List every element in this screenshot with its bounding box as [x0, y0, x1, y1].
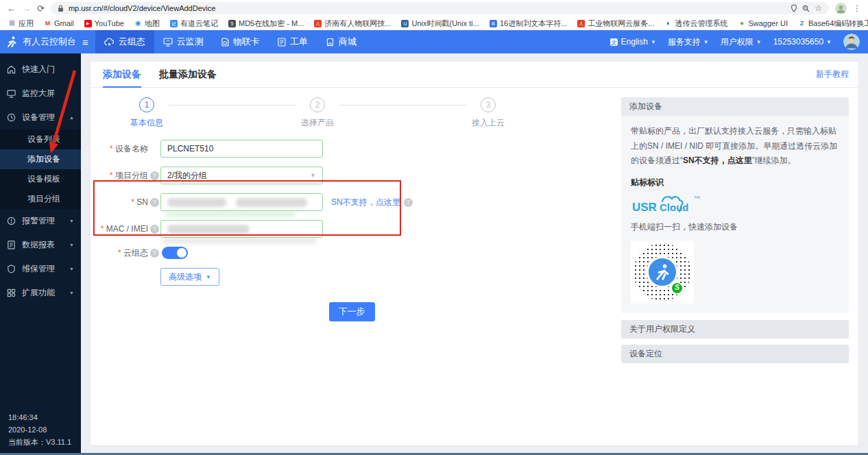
chevron-up-icon: ▲ [69, 115, 74, 120]
address-bar[interactable]: mp.usr.cn/#/cloudV2/device/ViewAddDevice… [51, 2, 829, 14]
label-mark-title: 贴标标识 [631, 175, 839, 190]
nav-work-order[interactable]: 工单 [269, 30, 317, 53]
usr-cloud-logo: USR Cloud TM [631, 193, 839, 217]
sn-input[interactable] [160, 193, 323, 211]
help-section-device-location[interactable]: 设备定位 [621, 345, 849, 363]
bookmark-hex-text[interactable]: B16进制到文本字符... [490, 19, 567, 29]
location-pin-icon[interactable] [791, 4, 797, 12]
bookmark-base64[interactable]: ZBase64编码转换工... [798, 19, 868, 29]
step-basic-info: 1 基本信息 [125, 97, 169, 129]
back-icon[interactable]: ← [7, 4, 16, 13]
bookmark-apps[interactable]: ⊞应用 [8, 19, 34, 29]
home-icon [7, 65, 16, 74]
next-row: 下一步 [91, 302, 613, 321]
browser-menu-icon[interactable]: ⋮ [853, 3, 861, 13]
stepper: 1 基本信息 2 选择产品 3 接入上云 [125, 97, 510, 129]
account-dropdown[interactable]: 15253035650▼ [773, 37, 832, 47]
bookmark-iiot-cloud[interactable]: 人工业物联网云服务... [577, 19, 654, 29]
chevron-down-icon: ▼ [703, 39, 709, 45]
url-text[interactable]: mp.usr.cn/#/cloudV2/device/ViewAddDevice [69, 4, 786, 12]
sidebar-item-add-device[interactable]: 添加设备 [0, 149, 81, 169]
sidebar-item-device-template[interactable]: 设备模板 [0, 169, 81, 189]
help-icon[interactable]: ? [404, 198, 413, 207]
hex-icon: B [490, 20, 497, 27]
help-icon[interactable]: ? [150, 171, 159, 180]
bookmark-passthrough-cloud[interactable]: ◐透传云管理系统 [664, 19, 727, 29]
project-group-label: 项目分组 [91, 170, 148, 182]
browser-toolbar: ← → ⟳ mp.usr.cn/#/cloudV2/device/ViewAdd… [0, 0, 868, 16]
bookmark-gmail[interactable]: MGmail [44, 19, 74, 27]
sidebar-item-project-group[interactable]: 项目分组 [0, 189, 81, 209]
sidebar-item-device-list[interactable]: 设备列表 [0, 130, 81, 149]
user-avatar[interactable] [843, 34, 860, 50]
bookmark-usr-tech[interactable]: 人济南有人物联网技... [314, 19, 391, 29]
help-icon[interactable]: ? [150, 249, 159, 258]
cloud-scada-toggle[interactable] [162, 247, 188, 259]
mini-program-qr-code: S [631, 241, 694, 304]
menu-collapse-icon[interactable]: ≡ [82, 37, 88, 47]
card-content: 1 基本信息 2 选择产品 3 接入上云 [91, 88, 858, 445]
project-group-select[interactable]: 2/我的分组▼ [160, 167, 323, 184]
advanced-options-button[interactable]: 高级选项 ▼ [160, 268, 219, 286]
sn-not-supported-link[interactable]: SN不支持，点这里 ? [331, 197, 413, 208]
chevron-down-icon: ▼ [69, 243, 74, 247]
base64-icon: Z [798, 20, 806, 27]
tabs-row: 添加设备 批量添加设备 新手教程 [91, 62, 858, 88]
refresh-icon[interactable]: ⟳ [37, 4, 45, 13]
nav-mall[interactable]: 商城 [317, 30, 365, 53]
bookmark-star-icon[interactable]: ☆ [815, 3, 822, 13]
tab-add-device[interactable]: 添加设备 [103, 62, 141, 87]
zoom-icon[interactable] [802, 5, 810, 12]
forward-icon[interactable]: → [22, 4, 31, 13]
help-icon[interactable]: ? [150, 225, 159, 234]
bookmark-md5[interactable]: 5MD5在线加密 - M... [228, 19, 304, 29]
youtube-icon: ▶ [84, 20, 92, 27]
sidebar-item-monitor-screen[interactable]: 监控大屏 [0, 82, 81, 106]
step-connector [339, 105, 466, 106]
language-dropdown[interactable]: 文 English▼ [610, 37, 656, 47]
tutorial-link[interactable]: 新手教程 [816, 69, 849, 80]
sidebar-item-data-report[interactable]: 数据报表 ▼ [0, 233, 81, 257]
bookmark-youdao[interactable]: 记有道云笔记 [170, 19, 218, 29]
help-section-permissions[interactable]: 关于用户权限定义 [621, 320, 849, 339]
sidebar-item-maintenance[interactable]: 维保管理 ▼ [0, 257, 81, 281]
sidebar-item-device-management[interactable]: 设备管理 ▲ [0, 106, 81, 130]
chevron-down-icon: ▼ [69, 291, 74, 295]
nav-cloud-scada[interactable]: 云组态 [95, 30, 154, 53]
sn-row: SN ? SN不支持，点这里 ? [91, 193, 613, 211]
bookmark-maps[interactable]: ◉地图 [134, 19, 160, 29]
svg-text:USR: USR [632, 201, 657, 214]
bookmark-swagger[interactable]: ●Swagger UI [738, 19, 787, 27]
version-label: 当前版本：V3.11.1 [8, 436, 73, 448]
support-dropdown[interactable]: 服务支持▼ [668, 36, 709, 48]
nav-iot-card[interactable]: 物联卡 [213, 30, 269, 53]
redacted-sn-value [167, 198, 226, 207]
apps-grid-icon [7, 288, 16, 297]
clock-time: 18:46:34 [8, 411, 73, 423]
nav-cloud-monitor[interactable]: 云监测 [154, 30, 213, 53]
bookmark-youtube[interactable]: ▶YouTube [84, 19, 124, 27]
chevron-down-icon: ▼ [651, 39, 656, 45]
sidebar-item-extensions[interactable]: 扩展功能 ▼ [0, 281, 81, 305]
svg-text:Cloud: Cloud [660, 201, 689, 213]
next-step-button[interactable]: 下一步 [329, 302, 375, 321]
chevron-down-icon: ▼ [756, 39, 762, 45]
browser-profile-avatar[interactable] [835, 3, 847, 14]
help-icon[interactable]: ? [150, 198, 159, 207]
lock-icon[interactable] [58, 5, 64, 12]
sidebar-item-alarm-management[interactable]: 报警管理 ▼ [0, 209, 81, 233]
step-select-product: 2 选择产品 [296, 97, 339, 129]
shield-icon [7, 265, 16, 273]
svg-text:文: 文 [611, 39, 616, 45]
app-header-right: 文 English▼ 服务支持▼ 用户权限▼ 15253035650▼ [610, 30, 868, 53]
mac-imei-input[interactable] [160, 220, 323, 238]
tab-batch-add-device[interactable]: 批量添加设备 [159, 62, 217, 87]
bookmark-unix-time[interactable]: UUnix时间戳(Unix ti... [401, 19, 479, 29]
device-name-input[interactable]: PLCNET510 [160, 140, 323, 158]
mac-imei-label: MAC / IMEI [91, 224, 148, 234]
sim-card-icon [221, 38, 229, 47]
sidebar-item-quick-start[interactable]: 快速入门 [0, 58, 81, 82]
work-order-icon [278, 38, 286, 47]
big-screen-icon [7, 89, 16, 98]
permission-dropdown[interactable]: 用户权限▼ [721, 36, 762, 48]
